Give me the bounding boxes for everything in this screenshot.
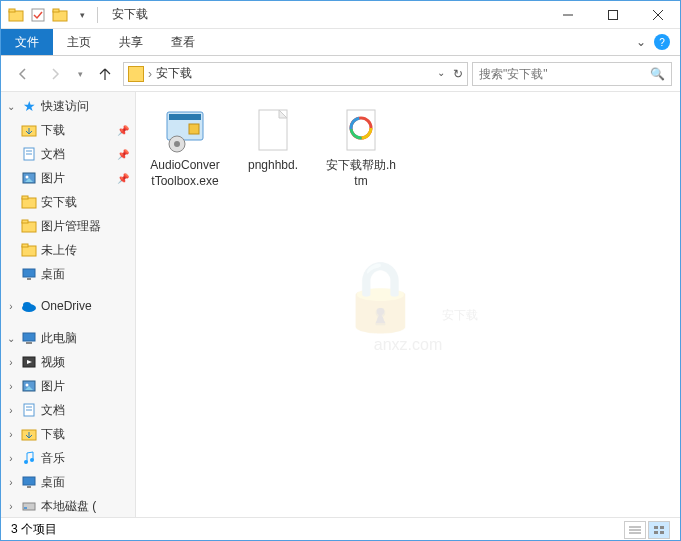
navigation-pane[interactable]: ⌄ ★ 快速访问 下载📌文档📌图片📌安下载图片管理器未上传桌面 › OneDri… (1, 92, 136, 517)
folder-icon (21, 242, 37, 258)
nav-back-button[interactable] (9, 60, 37, 88)
file-item[interactable]: 安下载帮助.htm (322, 102, 400, 193)
caret-icon[interactable]: › (5, 405, 17, 416)
file-list-area[interactable]: 🔒 安下载 anxz.com AudioConvertToolbox.exepn… (136, 92, 680, 517)
nav-up-button[interactable] (91, 60, 119, 88)
caret-icon[interactable]: ⌄ (5, 101, 17, 112)
file-item[interactable]: pnghhbd. (234, 102, 312, 193)
window-controls (545, 1, 680, 29)
file-name: pnghhbd. (248, 158, 298, 174)
file-item[interactable]: AudioConvertToolbox.exe (146, 102, 224, 193)
ribbon-file-tab[interactable]: 文件 (1, 29, 53, 55)
svg-point-24 (23, 302, 31, 308)
tree-this-pc[interactable]: ⌄ 此电脑 (1, 326, 135, 350)
address-dropdown-icon[interactable]: ⌄ (437, 67, 445, 81)
nav-forward-button[interactable] (41, 60, 69, 88)
address-bar[interactable]: › 安下载 ⌄ ↻ (123, 62, 468, 86)
help-icon[interactable]: ? (654, 34, 670, 50)
tree-onedrive[interactable]: › OneDrive (1, 294, 135, 318)
status-item-count: 3 个项目 (11, 521, 57, 538)
sidebar-item[interactable]: 图片管理器 (1, 214, 135, 238)
search-icon[interactable]: 🔍 (650, 67, 665, 81)
caret-icon[interactable]: › (5, 357, 17, 368)
sidebar-item[interactable]: 图片📌 (1, 166, 135, 190)
tree-label: 快速访问 (41, 98, 89, 115)
sidebar-item[interactable]: 未上传 (1, 238, 135, 262)
pin-icon: 📌 (117, 149, 129, 160)
watermark-url: anxz.com (338, 336, 478, 354)
sidebar-item[interactable]: ›本地磁盘 ( (1, 494, 135, 517)
ribbon-expand-icon[interactable]: ⌄ (636, 35, 646, 49)
tree-label: 视频 (41, 354, 65, 371)
caret-icon[interactable]: › (5, 477, 17, 488)
svg-rect-41 (169, 114, 201, 120)
sidebar-item[interactable]: 下载📌 (1, 118, 135, 142)
tree-label: OneDrive (41, 299, 92, 313)
ribbon-tab-share[interactable]: 共享 (105, 29, 157, 55)
tree-label: 安下载 (41, 194, 77, 211)
content-area: ⌄ ★ 快速访问 下载📌文档📌图片📌安下载图片管理器未上传桌面 › OneDri… (1, 92, 680, 517)
caret-icon[interactable]: › (5, 429, 17, 440)
nav-recent-dropdown[interactable]: ▾ (73, 60, 87, 88)
tree-quick-access[interactable]: ⌄ ★ 快速访问 (1, 94, 135, 118)
titlebar: ▾ 安下载 (1, 1, 680, 29)
svg-rect-2 (32, 9, 44, 21)
file-name: 安下载帮助.htm (326, 158, 396, 189)
file-name: AudioConvertToolbox.exe (150, 158, 220, 189)
caret-icon[interactable]: ⌄ (5, 333, 17, 344)
minimize-button[interactable] (545, 1, 590, 29)
search-input[interactable] (479, 67, 650, 81)
video-icon (21, 354, 37, 370)
sidebar-item[interactable]: ›音乐 (1, 446, 135, 470)
window-title: 安下载 (112, 6, 148, 23)
ribbon-tab-home[interactable]: 主页 (53, 29, 105, 55)
sidebar-item[interactable]: ›下载 (1, 422, 135, 446)
address-refresh-icon[interactable]: ↻ (453, 67, 463, 81)
folder-qat-icon-2[interactable] (51, 6, 69, 24)
navbar: ▾ › 安下载 ⌄ ↻ 🔍 (1, 56, 680, 92)
qat-separator (97, 7, 98, 23)
star-icon: ★ (21, 98, 37, 114)
svg-rect-18 (22, 220, 28, 223)
tree-label: 图片 (41, 170, 65, 187)
caret-icon[interactable]: › (5, 453, 17, 464)
sidebar-item[interactable]: ›视频 (1, 350, 135, 374)
tree-label: 未上传 (41, 242, 77, 259)
sidebar-item[interactable]: 文档📌 (1, 142, 135, 166)
svg-rect-56 (654, 531, 658, 534)
sidebar-item[interactable]: 安下载 (1, 190, 135, 214)
svg-rect-57 (660, 531, 664, 534)
ribbon: 文件 主页 共享 查看 ⌄ ? (1, 29, 680, 56)
sidebar-item[interactable]: ›文档 (1, 398, 135, 422)
file-type-icon (337, 106, 385, 154)
caret-icon[interactable]: › (5, 381, 17, 392)
close-button[interactable] (635, 1, 680, 29)
svg-rect-39 (24, 507, 27, 509)
caret-icon[interactable]: › (5, 501, 17, 512)
picture-icon (21, 170, 37, 186)
folder-qat-icon[interactable] (7, 6, 25, 24)
address-path[interactable]: 安下载 (156, 65, 437, 82)
address-separator-icon: › (148, 67, 152, 81)
caret-icon[interactable]: › (5, 301, 17, 312)
sidebar-item[interactable]: 桌面 (1, 262, 135, 286)
sidebar-item[interactable]: ›图片 (1, 374, 135, 398)
svg-point-29 (26, 384, 29, 387)
maximize-button[interactable] (590, 1, 635, 29)
sidebar-item[interactable]: ›桌面 (1, 470, 135, 494)
properties-qat-icon[interactable] (29, 6, 47, 24)
view-details-button[interactable] (624, 521, 646, 539)
folder-icon (21, 194, 37, 210)
quick-access-toolbar: ▾ (1, 6, 106, 24)
svg-rect-21 (23, 269, 35, 277)
view-icons-button[interactable] (648, 521, 670, 539)
svg-rect-37 (27, 486, 31, 488)
ribbon-tab-view[interactable]: 查看 (157, 29, 209, 55)
qat-dropdown-icon[interactable]: ▾ (73, 6, 91, 24)
svg-rect-16 (22, 196, 28, 199)
tree-label: 文档 (41, 402, 65, 419)
document-icon (21, 146, 37, 162)
desktop-icon (21, 266, 37, 282)
svg-rect-54 (654, 526, 658, 529)
search-box[interactable]: 🔍 (472, 62, 672, 86)
